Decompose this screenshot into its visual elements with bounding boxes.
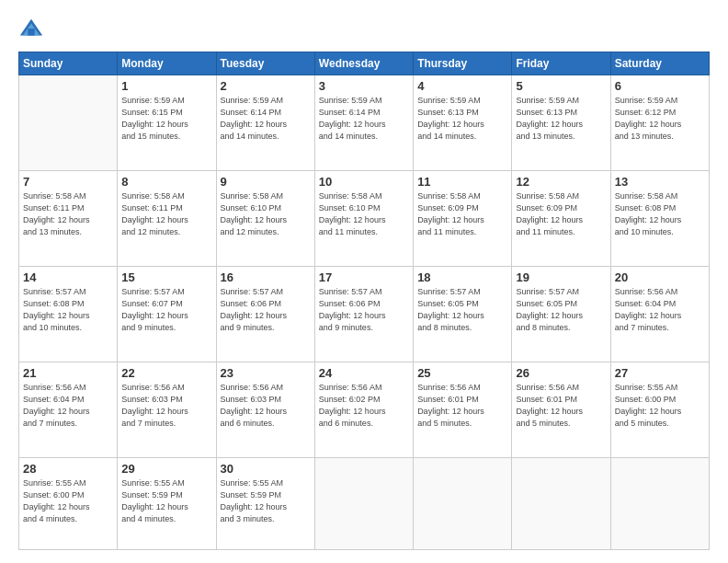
day-number: 25 — [417, 366, 507, 380]
calendar-cell: 2Sunrise: 5:59 AM Sunset: 6:14 PM Daylig… — [216, 75, 314, 171]
day-info: Sunrise: 5:59 AM Sunset: 6:14 PM Dayligh… — [319, 95, 409, 143]
day-info: Sunrise: 5:59 AM Sunset: 6:13 PM Dayligh… — [417, 95, 507, 143]
weekday-header-saturday: Saturday — [610, 52, 709, 75]
day-info: Sunrise: 5:56 AM Sunset: 6:04 PM Dayligh… — [615, 286, 705, 334]
logo-icon — [18, 17, 44, 42]
week-row-3: 21Sunrise: 5:56 AM Sunset: 6:04 PM Dayli… — [19, 362, 710, 457]
day-number: 14 — [23, 270, 113, 284]
day-number: 21 — [23, 366, 113, 380]
day-info: Sunrise: 5:55 AM Sunset: 5:59 PM Dayligh… — [221, 477, 311, 525]
day-number: 10 — [319, 175, 409, 189]
calendar-cell: 25Sunrise: 5:56 AM Sunset: 6:01 PM Dayli… — [414, 362, 512, 457]
day-number: 13 — [615, 175, 705, 189]
day-number: 20 — [615, 270, 705, 284]
day-info: Sunrise: 5:58 AM Sunset: 6:11 PM Dayligh… — [23, 190, 113, 238]
calendar-cell: 23Sunrise: 5:56 AM Sunset: 6:03 PM Dayli… — [216, 362, 314, 457]
calendar-cell: 26Sunrise: 5:56 AM Sunset: 6:01 PM Dayli… — [512, 362, 610, 457]
calendar-cell: 1Sunrise: 5:59 AM Sunset: 6:15 PM Daylig… — [118, 75, 216, 171]
day-number: 17 — [319, 270, 409, 284]
calendar-table: SundayMondayTuesdayWednesdayThursdayFrid… — [18, 52, 710, 550]
day-info: Sunrise: 5:55 AM Sunset: 5:59 PM Dayligh… — [121, 477, 211, 525]
day-info: Sunrise: 5:56 AM Sunset: 6:03 PM Dayligh… — [221, 382, 311, 430]
calendar-cell: 27Sunrise: 5:55 AM Sunset: 6:00 PM Dayli… — [610, 362, 709, 457]
calendar-cell: 15Sunrise: 5:57 AM Sunset: 6:07 PM Dayli… — [118, 266, 216, 362]
day-number: 30 — [221, 462, 311, 476]
weekday-header-friday: Friday — [512, 52, 610, 75]
week-row-2: 14Sunrise: 5:57 AM Sunset: 6:08 PM Dayli… — [19, 266, 710, 362]
svg-rect-2 — [28, 29, 34, 35]
calendar-cell: 18Sunrise: 5:57 AM Sunset: 6:05 PM Dayli… — [414, 266, 512, 362]
day-info: Sunrise: 5:55 AM Sunset: 6:00 PM Dayligh… — [615, 382, 705, 430]
calendar-cell: 30Sunrise: 5:55 AM Sunset: 5:59 PM Dayli… — [216, 457, 314, 549]
weekday-header-tuesday: Tuesday — [216, 52, 314, 75]
day-number: 15 — [121, 270, 211, 284]
day-info: Sunrise: 5:57 AM Sunset: 6:07 PM Dayligh… — [121, 286, 211, 334]
day-number: 1 — [121, 79, 211, 93]
calendar-cell: 29Sunrise: 5:55 AM Sunset: 5:59 PM Dayli… — [118, 457, 216, 549]
calendar-cell: 9Sunrise: 5:58 AM Sunset: 6:10 PM Daylig… — [216, 170, 314, 266]
day-number: 11 — [417, 175, 507, 189]
calendar-cell: 21Sunrise: 5:56 AM Sunset: 6:04 PM Dayli… — [19, 362, 118, 457]
calendar-cell: 17Sunrise: 5:57 AM Sunset: 6:06 PM Dayli… — [314, 266, 413, 362]
day-info: Sunrise: 5:57 AM Sunset: 6:08 PM Dayligh… — [23, 286, 113, 334]
weekday-header-sunday: Sunday — [19, 52, 118, 75]
day-info: Sunrise: 5:55 AM Sunset: 6:00 PM Dayligh… — [23, 477, 113, 525]
day-number: 8 — [121, 175, 211, 189]
calendar-cell — [19, 75, 118, 171]
day-number: 16 — [221, 270, 311, 284]
day-info: Sunrise: 5:59 AM Sunset: 6:15 PM Dayligh… — [121, 95, 211, 143]
day-number: 24 — [319, 366, 409, 380]
day-info: Sunrise: 5:58 AM Sunset: 6:10 PM Dayligh… — [221, 190, 311, 238]
day-info: Sunrise: 5:58 AM Sunset: 6:10 PM Dayligh… — [319, 190, 409, 238]
day-number: 7 — [23, 175, 113, 189]
day-number: 28 — [23, 462, 113, 476]
calendar-cell: 20Sunrise: 5:56 AM Sunset: 6:04 PM Dayli… — [610, 266, 709, 362]
day-info: Sunrise: 5:57 AM Sunset: 6:05 PM Dayligh… — [516, 286, 606, 334]
day-number: 6 — [615, 79, 705, 93]
weekday-header-row: SundayMondayTuesdayWednesdayThursdayFrid… — [19, 52, 710, 75]
day-info: Sunrise: 5:58 AM Sunset: 6:11 PM Dayligh… — [121, 190, 211, 238]
day-info: Sunrise: 5:56 AM Sunset: 6:04 PM Dayligh… — [23, 382, 113, 430]
day-number: 3 — [319, 79, 409, 93]
calendar-cell: 24Sunrise: 5:56 AM Sunset: 6:02 PM Dayli… — [314, 362, 413, 457]
calendar-cell: 8Sunrise: 5:58 AM Sunset: 6:11 PM Daylig… — [118, 170, 216, 266]
day-info: Sunrise: 5:56 AM Sunset: 6:02 PM Dayligh… — [319, 382, 409, 430]
calendar-cell: 10Sunrise: 5:58 AM Sunset: 6:10 PM Dayli… — [314, 170, 413, 266]
calendar-cell: 6Sunrise: 5:59 AM Sunset: 6:12 PM Daylig… — [610, 75, 709, 171]
calendar-cell: 11Sunrise: 5:58 AM Sunset: 6:09 PM Dayli… — [414, 170, 512, 266]
week-row-0: 1Sunrise: 5:59 AM Sunset: 6:15 PM Daylig… — [19, 75, 710, 171]
day-info: Sunrise: 5:58 AM Sunset: 6:09 PM Dayligh… — [516, 190, 606, 238]
day-number: 23 — [221, 366, 311, 380]
day-number: 12 — [516, 175, 606, 189]
day-info: Sunrise: 5:56 AM Sunset: 6:03 PM Dayligh… — [121, 382, 211, 430]
day-info: Sunrise: 5:56 AM Sunset: 6:01 PM Dayligh… — [516, 382, 606, 430]
calendar-cell — [314, 457, 413, 549]
weekday-header-thursday: Thursday — [414, 52, 512, 75]
week-row-1: 7Sunrise: 5:58 AM Sunset: 6:11 PM Daylig… — [19, 170, 710, 266]
calendar-cell: 13Sunrise: 5:58 AM Sunset: 6:08 PM Dayli… — [610, 170, 709, 266]
day-number: 26 — [516, 366, 606, 380]
calendar-cell: 7Sunrise: 5:58 AM Sunset: 6:11 PM Daylig… — [19, 170, 118, 266]
calendar-cell — [610, 457, 709, 549]
day-info: Sunrise: 5:57 AM Sunset: 6:06 PM Dayligh… — [319, 286, 409, 334]
week-row-4: 28Sunrise: 5:55 AM Sunset: 6:00 PM Dayli… — [19, 457, 710, 549]
calendar-cell: 16Sunrise: 5:57 AM Sunset: 6:06 PM Dayli… — [216, 266, 314, 362]
day-info: Sunrise: 5:56 AM Sunset: 6:01 PM Dayligh… — [417, 382, 507, 430]
day-number: 9 — [221, 175, 311, 189]
day-info: Sunrise: 5:59 AM Sunset: 6:13 PM Dayligh… — [516, 95, 606, 143]
calendar-cell: 19Sunrise: 5:57 AM Sunset: 6:05 PM Dayli… — [512, 266, 610, 362]
day-number: 5 — [516, 79, 606, 93]
day-number: 22 — [121, 366, 211, 380]
day-info: Sunrise: 5:58 AM Sunset: 6:08 PM Dayligh… — [615, 190, 705, 238]
calendar-cell — [512, 457, 610, 549]
calendar-cell: 5Sunrise: 5:59 AM Sunset: 6:13 PM Daylig… — [512, 75, 610, 171]
page: SundayMondayTuesdayWednesdayThursdayFrid… — [0, 0, 728, 563]
weekday-header-wednesday: Wednesday — [314, 52, 413, 75]
calendar-cell: 3Sunrise: 5:59 AM Sunset: 6:14 PM Daylig… — [314, 75, 413, 171]
calendar-cell: 14Sunrise: 5:57 AM Sunset: 6:08 PM Dayli… — [19, 266, 118, 362]
day-info: Sunrise: 5:57 AM Sunset: 6:06 PM Dayligh… — [221, 286, 311, 334]
day-info: Sunrise: 5:58 AM Sunset: 6:09 PM Dayligh… — [417, 190, 507, 238]
day-number: 2 — [221, 79, 311, 93]
weekday-header-monday: Monday — [118, 52, 216, 75]
day-number: 29 — [121, 462, 211, 476]
